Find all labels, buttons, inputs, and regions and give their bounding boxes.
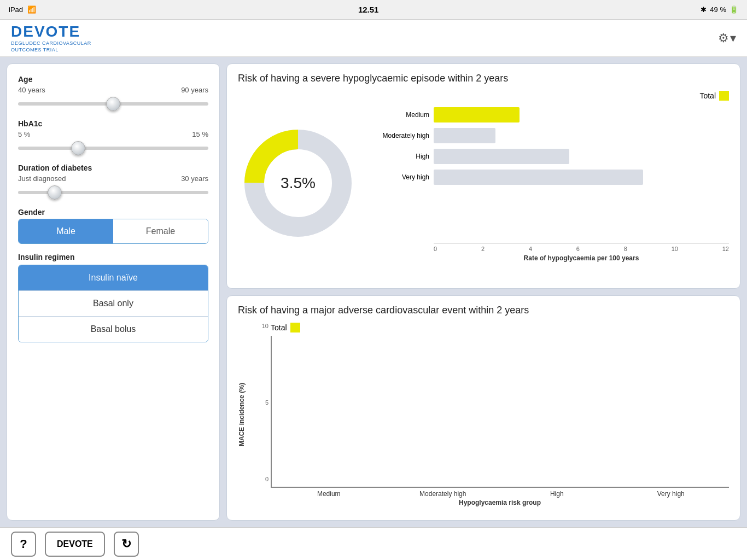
app-logo: DEVOTE DEGLUDEC CARDIOVASCULAROUTCOMES T… [11,23,91,53]
vbar-legend-label: Total [271,323,287,332]
header-right[interactable]: ⚙ ▾ [718,31,736,45]
hbar-fill-high [434,149,569,164]
age-label: Age [18,75,208,84]
age-max-label: 90 years [181,86,208,94]
vbar-x-label-high: High [505,490,609,498]
hbar-label-moderately-high: Moderately high [375,132,429,139]
gender-control: Gender Male Female [18,208,208,244]
insulin-regimen-section: Insulin regimen Insulin naïve Basal only… [18,253,208,342]
hba1c-range-labels: 5 % 15 % [18,130,208,138]
hbar-track-very-high [434,170,729,185]
tick-6: 6 [576,246,580,252]
gender-toggle[interactable]: Male Female [18,219,208,244]
help-icon: ? [20,537,27,551]
insulin-basal-only-button[interactable]: Basal only [19,291,208,317]
refresh-button[interactable]: ↻ [114,532,139,557]
vbar-y-axis-label: MACE incidence (%) [238,383,246,446]
bottom-bar: ? DEVOTE ↻ [0,527,747,560]
vbar-x-axis-label: Hypoglycaemia risk group [271,499,729,506]
hbar-fill-medium [434,107,520,122]
diabetes-min-label: Just diagnosed [18,174,66,183]
cardiovascular-chart-card: Risk of having a major adverse cardiovas… [226,295,740,521]
status-bar-right: ✱ 49 % 🔋 [701,5,738,14]
vbar-y-ticks: 10 5 0 [253,323,269,506]
devote-button[interactable]: DEVOTE [45,532,105,557]
hbar-legend-label: Total [699,91,716,100]
gender-label: Gender [18,208,208,217]
vbar-y-axis-label-container: MACE incidence (%) [238,323,251,506]
age-range-labels: 40 years 90 years [18,86,208,94]
insulin-basal-bolus-button[interactable]: Basal bolus [19,317,208,342]
hba1c-min-label: 5 % [18,130,30,138]
tick-2: 2 [481,246,485,252]
dropdown-icon: ▾ [730,31,736,45]
logo-subtitle: DEGLUDEC CARDIOVASCULAROUTCOMES TRIAL [11,40,91,53]
age-control: Age 40 years 90 years [18,75,208,110]
diabetes-slider-container[interactable] [18,186,208,199]
device-label: iPad [9,5,23,14]
top-chart-content: 3.5% Total Medium [238,91,729,276]
vbar-x-label-moderately-high: Moderately high [392,490,495,498]
hba1c-max-label: 15 % [192,130,208,138]
settings-button[interactable]: ⚙ ▾ [718,31,736,45]
status-bar-left: iPad 📶 [9,5,36,14]
hba1c-slider-container[interactable] [18,142,208,155]
hbar-label-very-high: Very high [375,173,429,181]
hbar-legend-box [719,91,729,101]
hbar-track-moderately-high [434,128,729,143]
gender-male-button[interactable]: Male [19,219,113,243]
status-bar: iPad 📶 12.51 ✱ 49 % 🔋 [0,0,747,20]
hba1c-label: HbA1c [18,119,208,128]
wifi-icon: 📶 [27,5,36,14]
hbar-axis-ticks: 0 2 4 6 8 10 12 [434,246,729,252]
vbar-x-label-medium: Medium [277,490,381,498]
hbar-track-medium [434,107,729,122]
tick-12: 12 [722,246,729,252]
refresh-icon: ↻ [121,537,131,551]
age-slider-container[interactable] [18,97,208,110]
y-tick-0: 0 [265,476,269,482]
age-slider[interactable] [18,102,208,106]
diabetes-range-labels: Just diagnosed 30 years [18,174,208,183]
hbar-row-moderately-high: Moderately high [375,128,729,143]
hbar-chart-container: Total Medium [375,91,729,276]
hbar-fill-very-high [434,170,643,185]
status-time: 12.51 [358,5,379,14]
help-button[interactable]: ? [11,532,36,557]
hypoglycaemia-chart-title: Risk of having a severe hypoglycaemic ep… [238,73,729,84]
hypoglycaemia-chart-card: Risk of having a severe hypoglycaemic ep… [226,63,740,289]
insulin-options[interactable]: Insulin naïve Basal only Basal bolus [18,265,208,342]
vbar-x-labels: Medium Moderately high High Very high [271,488,729,498]
vbar-legend: Total [271,323,729,332]
devote-button-label: DEVOTE [57,539,93,549]
gender-female-button[interactable]: Female [113,219,208,243]
diabetes-max-label: 30 years [181,174,208,183]
diabetes-slider[interactable] [18,191,208,194]
cardiovascular-chart-title: Risk of having a major adverse cardiovas… [238,305,729,316]
hbar-label-high: High [375,153,429,160]
hbar-fill-moderately-high [434,128,495,143]
battery-icon: 🔋 [730,5,738,14]
tick-4: 4 [529,246,532,252]
hbar-label-medium: Medium [375,111,429,119]
vbar-legend-box [290,323,300,332]
vbar-main: Total [271,323,729,506]
bluetooth-icon: ✱ [701,5,707,14]
battery-label: 49 % [710,5,726,14]
tick-8: 8 [624,246,627,252]
app-header: DEVOTE DEGLUDEC CARDIOVASCULAROUTCOMES T… [0,20,747,57]
main-content: Age 40 years 90 years HbA1c 5 % 15 % Dur… [0,57,747,527]
hbar-axis-label: Rate of hypoglycaemia per 100 years [434,254,729,262]
logo-title: DEVOTE [11,23,91,40]
insulin-naive-button[interactable]: Insulin naïve [19,265,208,291]
vbar-bars-container [271,336,729,488]
vbar-x-label-very-high: Very high [620,490,723,498]
hbar-row-very-high: Very high [375,170,729,185]
vbar-chart-area: MACE incidence (%) 10 5 0 Total [238,323,729,506]
hba1c-slider[interactable] [18,147,208,150]
donut-center-value: 3.5% [281,174,316,192]
hbar-row-high: High [375,149,729,164]
tick-10: 10 [672,246,678,252]
hbar-inner: Medium Moderately high [375,107,729,259]
diabetes-duration-control: Duration of diabetes Just diagnosed 30 y… [18,164,208,199]
